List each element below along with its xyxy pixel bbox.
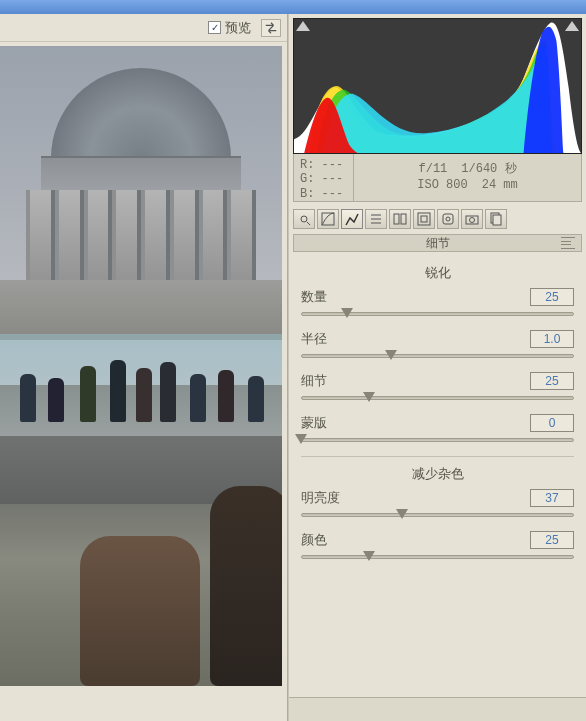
shutter-value: 1/640 秒 [461,162,516,178]
svg-rect-8 [418,213,430,225]
amount-thumb[interactable] [341,308,353,318]
window-titlebar [0,0,586,14]
tab-hsl[interactable] [365,209,387,229]
controls-scroll[interactable]: 锐化 数量 25 半径 1.0 [289,252,586,697]
section-divider [301,456,574,457]
histogram[interactable] [293,18,582,154]
svg-rect-15 [493,215,501,225]
tab-effects[interactable] [437,209,459,229]
info-readout: R: --- G: --- B: --- f/11 1/640 秒 ISO 80… [293,154,582,202]
tab-lens[interactable] [413,209,435,229]
r-value: R: --- [300,158,347,172]
tab-presets[interactable] [485,209,507,229]
footer-bar [289,697,586,721]
histogram-plot [294,19,581,153]
preview-label: 预览 [225,19,251,37]
panel-title: 细节 [426,236,450,250]
radius-label: 半径 [301,330,327,348]
tab-split-tone[interactable] [389,209,411,229]
masking-value[interactable]: 0 [530,414,574,432]
svg-rect-7 [401,214,406,224]
g-value: G: --- [300,172,347,186]
detail-thumb[interactable] [363,392,375,402]
tab-detail[interactable] [341,209,363,229]
svg-rect-9 [421,216,427,222]
b-value: B: --- [300,187,347,201]
detail-label: 细节 [301,372,327,390]
slider-luminance: 明亮度 37 [301,489,574,521]
color-noise-slider[interactable] [301,551,574,563]
masking-label: 蒙版 [301,414,327,432]
amount-value[interactable]: 25 [530,288,574,306]
photo-content [0,46,282,686]
aperture-value: f/11 [418,162,447,178]
svg-rect-2 [322,213,334,225]
amount-slider[interactable] [301,308,574,320]
swap-icon [264,22,278,34]
section-title-noise: 减少杂色 [301,465,574,483]
image-preview[interactable] [0,42,287,721]
radius-slider[interactable] [301,350,574,362]
luminance-thumb[interactable] [396,509,408,519]
adjustments-pane: R: --- G: --- B: --- f/11 1/640 秒 ISO 80… [288,14,586,721]
radius-value[interactable]: 1.0 [530,330,574,348]
preview-toolbar: ✓ 预览 [0,14,287,42]
masking-thumb[interactable] [295,434,307,444]
panel-menu-icon[interactable] [561,237,575,249]
rgb-readout: R: --- G: --- B: --- [294,154,354,201]
svg-point-11 [446,217,450,221]
preview-pane: ✓ 预览 [0,14,288,721]
slider-color-noise: 颜色 25 [301,531,574,563]
svg-point-13 [470,218,475,223]
tab-camera[interactable] [461,209,483,229]
highlight-clipping-indicator[interactable] [565,21,579,31]
radius-thumb[interactable] [385,350,397,360]
tab-tone-curve[interactable] [317,209,339,229]
svg-rect-6 [394,214,399,224]
adjustment-tabs [293,208,582,230]
panel-title-bar: 细节 [293,234,582,252]
exposure-readout: f/11 1/640 秒 ISO 800 24 mm [354,154,581,201]
detail-value[interactable]: 25 [530,372,574,390]
main-container: ✓ 预览 [0,14,586,721]
slider-masking: 蒙版 0 [301,414,574,446]
slider-detail: 细节 25 [301,372,574,404]
iso-value: ISO 800 [417,178,467,194]
slider-amount: 数量 25 [301,288,574,320]
slider-radius: 半径 1.0 [301,330,574,362]
tab-basic[interactable] [293,209,315,229]
svg-point-0 [301,216,307,222]
svg-rect-10 [443,214,453,224]
color-noise-label: 颜色 [301,531,327,549]
color-noise-value[interactable]: 25 [530,531,574,549]
preview-checkbox[interactable]: ✓ [208,21,221,34]
section-title-sharpen: 锐化 [301,264,574,282]
before-after-toggle[interactable] [261,19,281,37]
svg-line-1 [307,222,310,225]
detail-slider[interactable] [301,392,574,404]
amount-label: 数量 [301,288,327,306]
color-noise-thumb[interactable] [363,551,375,561]
luminance-value[interactable]: 37 [530,489,574,507]
focal-value: 24 mm [482,178,518,194]
shadow-clipping-indicator[interactable] [296,21,310,31]
luminance-slider[interactable] [301,509,574,521]
masking-slider[interactable] [301,434,574,446]
luminance-label: 明亮度 [301,489,340,507]
